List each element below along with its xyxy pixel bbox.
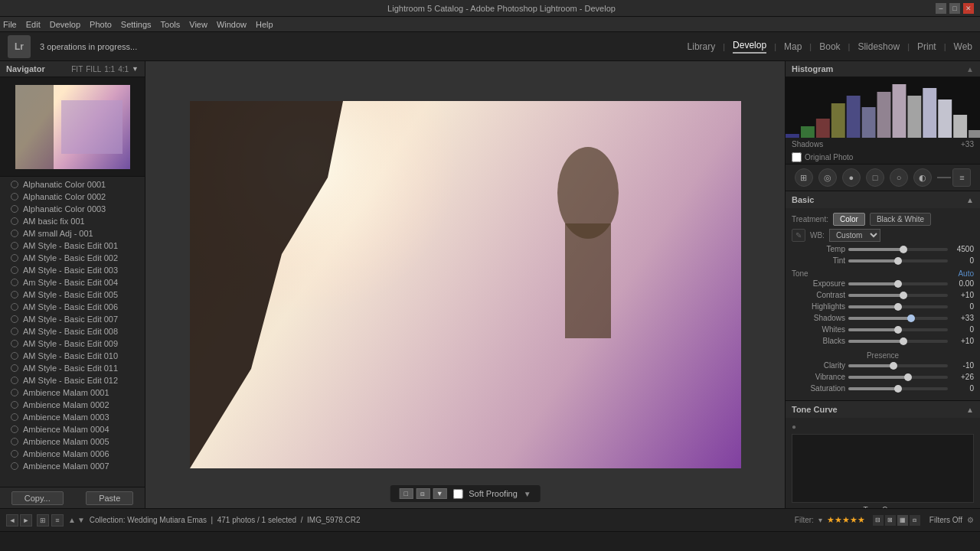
nav-web[interactable]: Web	[954, 41, 972, 52]
menu-photo[interactable]: Photo	[90, 20, 112, 29]
nav-slideshow[interactable]: Slideshow	[858, 41, 900, 52]
tone-curve-header[interactable]: Tone Curve ▲	[786, 401, 980, 418]
adjust-tool-icon[interactable]: ◐	[913, 168, 932, 187]
zoom-fill[interactable]: FILL	[86, 65, 101, 73]
vibrance-slider-thumb[interactable]	[904, 373, 912, 381]
soft-proof-checkbox[interactable]	[452, 489, 462, 499]
filter-dropdown[interactable]: ▾	[818, 516, 822, 524]
preset-item[interactable]: Ambience Malam 0001	[0, 386, 145, 399]
preset-item[interactable]: AM basic fix 001	[0, 215, 145, 227]
original-photo-checkbox[interactable]	[792, 152, 802, 162]
preset-item[interactable]: AM Style - Basic Edit 007	[0, 313, 145, 325]
saturation-slider-track[interactable]	[848, 387, 948, 390]
highlights-slider-thumb[interactable]	[894, 303, 902, 311]
blacks-slider-track[interactable]	[848, 340, 948, 343]
color-treatment-btn[interactable]: Color	[833, 213, 865, 226]
preset-item[interactable]: Ambience Malam 0002	[0, 399, 145, 411]
menu-develop[interactable]: Develop	[50, 20, 80, 29]
nav-book[interactable]: Book	[819, 41, 840, 52]
preset-item[interactable]: AM small Adj - 001	[0, 227, 145, 240]
minimize-button[interactable]: –	[936, 3, 946, 14]
menu-view[interactable]: View	[189, 20, 207, 29]
zoom-fit[interactable]: FIT	[71, 65, 83, 73]
basic-section-header[interactable]: Basic ▲	[786, 191, 980, 208]
view-icon-3[interactable]: ▦	[897, 515, 908, 526]
preset-item[interactable]: Alphanatic Color 0001	[0, 178, 145, 191]
copy-button[interactable]: Copy...	[11, 491, 64, 505]
presets-list[interactable]: Alphanatic Color 0001Alphanatic Color 00…	[0, 177, 145, 487]
nav-map[interactable]: Map	[784, 41, 802, 52]
exposure-slider-thumb[interactable]	[894, 280, 902, 288]
preset-item[interactable]: AM Style - Basic Edit 011	[0, 362, 145, 374]
paste-button[interactable]: Paste	[86, 491, 133, 505]
menu-help[interactable]: Help	[256, 20, 273, 29]
nav-print[interactable]: Print	[917, 41, 936, 52]
shadows-slider-thumb[interactable]	[907, 315, 915, 322]
preset-item[interactable]: AM Style - Basic Edit 002	[0, 252, 145, 264]
temp-slider-track[interactable]	[848, 248, 948, 251]
preset-item[interactable]: Alphanatic Color 0003	[0, 203, 145, 215]
nav-library[interactable]: Library	[688, 41, 716, 52]
tint-slider-track[interactable]	[848, 259, 948, 262]
preset-item[interactable]: Ambience Malam 0004	[0, 423, 145, 435]
contrast-slider-track[interactable]	[848, 294, 948, 297]
nav-forward-btn[interactable]: ►	[20, 514, 32, 527]
wb-select[interactable]: Custom As Shot Auto Daylight	[829, 229, 880, 242]
soft-proof-dropdown[interactable]: ▼	[524, 490, 531, 498]
sort-down[interactable]: ▼	[77, 516, 85, 524]
blacks-slider-thumb[interactable]	[900, 337, 907, 345]
contrast-slider-thumb[interactable]	[900, 292, 907, 299]
exposure-slider-track[interactable]	[848, 282, 948, 285]
view-compare-icon[interactable]: ⧈	[416, 488, 430, 499]
vibrance-slider-track[interactable]	[848, 376, 948, 379]
saturation-slider-thumb[interactable]	[894, 385, 902, 393]
preset-item[interactable]: Ambience Malam 0003	[0, 411, 145, 423]
highlights-slider-track[interactable]	[848, 305, 948, 308]
preset-item[interactable]: Am Style - Basic Edit 004	[0, 276, 145, 289]
preset-item[interactable]: Ambience Malam 0007	[0, 460, 145, 472]
crop-tool-icon[interactable]: ⊞	[795, 168, 813, 187]
filter-settings-icon[interactable]: ⚙	[967, 516, 974, 524]
preset-item[interactable]: AM Style - Basic Edit 003	[0, 264, 145, 276]
clarity-slider-track[interactable]	[848, 364, 948, 367]
preset-item[interactable]: Alphanatic Color 0002	[0, 191, 145, 203]
preset-item[interactable]: Ambience Malam 0005	[0, 435, 145, 448]
tone-curve-chart[interactable]	[792, 435, 972, 504]
sort-up[interactable]: ▲	[68, 516, 76, 524]
preset-item[interactable]: AM Style - Basic Edit 009	[0, 337, 145, 350]
grid-view-btn[interactable]: ⊞	[37, 514, 49, 527]
menu-file[interactable]: File	[3, 20, 17, 29]
hsl-tool-icon[interactable]: ≡	[952, 168, 971, 187]
preset-item[interactable]: AM Style - Basic Edit 006	[0, 301, 145, 313]
heal-tool-icon[interactable]: ◎	[818, 168, 837, 187]
whites-slider-track[interactable]	[848, 328, 948, 331]
filter-tool-icon[interactable]: ○	[890, 168, 908, 187]
view-dropdown-icon[interactable]: ▼	[433, 488, 446, 499]
shadows-slider-track[interactable]	[848, 317, 948, 320]
zoom-1to1[interactable]: 1:1	[104, 65, 115, 73]
brush-tool-icon[interactable]: □	[866, 168, 884, 187]
close-button[interactable]: ✕	[963, 3, 974, 14]
histogram-collapse-icon[interactable]: ▲	[966, 65, 974, 73]
zoom-4to1[interactable]: 4:1	[118, 65, 129, 73]
nav-back-btn[interactable]: ◄	[6, 514, 18, 527]
preset-item[interactable]: AM Style - Basic Edit 010	[0, 350, 145, 362]
view-icon-1[interactable]: ⊟	[873, 515, 884, 526]
preset-item[interactable]: Ambience Malam 0006	[0, 448, 145, 460]
eyedropper-icon[interactable]: ✎	[792, 229, 805, 242]
tint-slider-thumb[interactable]	[894, 257, 902, 265]
tone-auto[interactable]: Auto	[958, 269, 974, 278]
navigator-preview[interactable]	[0, 77, 145, 177]
view-loupe-icon[interactable]: □	[399, 488, 413, 499]
menu-edit[interactable]: Edit	[26, 20, 41, 29]
bw-treatment-btn[interactable]: Black & White	[870, 213, 931, 226]
tone-curve-canvas[interactable]	[792, 434, 974, 503]
temp-slider-thumb[interactable]	[900, 246, 907, 253]
view-icon-4[interactable]: ⧈	[910, 515, 920, 526]
nav-develop[interactable]: Develop	[733, 40, 766, 54]
filmstrip-canvas[interactable]	[3, 535, 980, 552]
list-view-btn[interactable]: ≡	[51, 514, 64, 527]
menu-tools[interactable]: Tools	[161, 20, 181, 29]
clarity-slider-thumb[interactable]	[890, 362, 897, 370]
preset-item[interactable]: AM Style - Basic Edit 008	[0, 325, 145, 337]
